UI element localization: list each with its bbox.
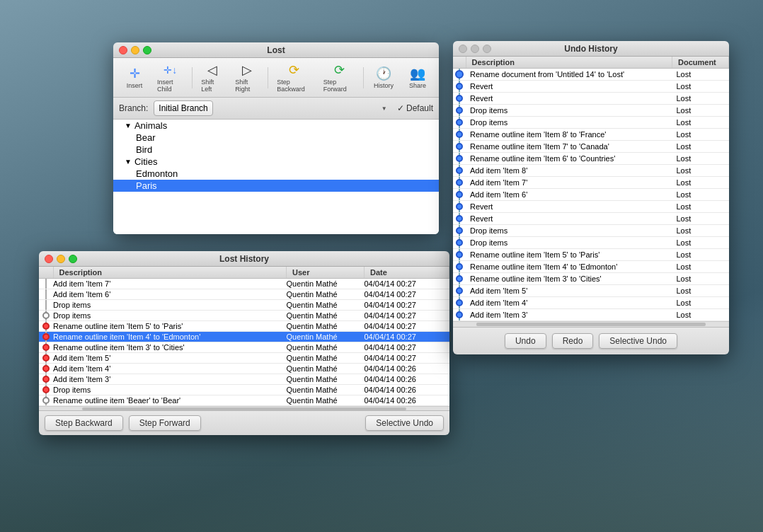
undo-row[interactable]: Rename outline item 'Item 5' to 'Paris'L… <box>453 249 729 261</box>
undo-document: Lost <box>672 189 729 201</box>
undo-indicator-cell <box>453 249 466 261</box>
close-button[interactable] <box>119 46 127 54</box>
history-row[interactable]: Rename outline item 'Item 4' to 'Edmonto… <box>39 332 449 342</box>
outline-bird[interactable]: Bird <box>113 144 439 156</box>
outline-edmonton[interactable]: Edmonton <box>113 168 439 180</box>
undo-indicator-cell <box>453 225 466 237</box>
undo-indicator-cell <box>453 237 466 249</box>
step-forward-button[interactable]: ⟳ Step Forward <box>319 61 359 94</box>
undo-row[interactable]: RevertLost <box>453 93 729 105</box>
history-description: Add item 'Item 7' <box>53 279 287 289</box>
undo-row[interactable]: RevertLost <box>453 201 729 213</box>
undo-row[interactable]: Rename outline item 'Item 4' to 'Edmonto… <box>453 261 729 273</box>
history-close-button[interactable] <box>45 255 53 263</box>
history-row[interactable]: Add item 'Item 5'Quentin Mathé04/04/14 0… <box>39 353 449 364</box>
undo-row[interactable]: Drop itemsLost <box>453 237 729 249</box>
history-row[interactable]: Add item 'Item 4'Quentin Mathé04/04/14 0… <box>39 364 449 374</box>
share-button[interactable]: 👥 Share <box>402 64 433 91</box>
undo-selective-undo-button[interactable]: Selective Undo <box>599 333 677 349</box>
redo-button[interactable]: Redo <box>552 333 594 349</box>
undo-row[interactable]: RevertLost <box>453 213 729 225</box>
outline-animals[interactable]: ▼ Animals <box>113 120 439 132</box>
undo-row[interactable]: Rename outline item 'Item 3' to 'Cities'… <box>453 273 729 285</box>
undo-row[interactable]: Rename outline item 'Item 8' to 'France'… <box>453 129 729 141</box>
paris-label: Paris <box>136 180 157 191</box>
undo-indicator-cell <box>453 81 466 93</box>
undo-document: Lost <box>672 285 729 297</box>
history-table: Description User Date Add item 'Item 7'Q… <box>39 267 449 406</box>
history-table-container[interactable]: Description User Date Add item 'Item 7'Q… <box>39 267 449 406</box>
undo-indicator-cell <box>453 165 466 177</box>
history-row[interactable]: Add item 'Item 6'Quentin Mathé04/04/14 0… <box>39 289 449 300</box>
undo-col-description: Description <box>466 57 672 69</box>
history-row[interactable]: Drop itemsQuentin Mathé04/04/14 00:27 <box>39 311 449 321</box>
history-user: Quentin Mathé <box>287 342 365 353</box>
undo-document: Lost <box>672 249 729 261</box>
history-row[interactable]: Add item 'Item 7'Quentin Mathé04/04/14 0… <box>39 279 449 289</box>
undo-button[interactable]: Undo <box>505 333 546 349</box>
history-row[interactable]: Drop itemsQuentin Mathé04/04/14 00:26 <box>39 385 449 395</box>
undo-row[interactable]: RevertLost <box>453 81 729 93</box>
undo-close-button[interactable] <box>459 45 467 53</box>
history-row[interactable]: Rename outline item 'Item 5' to 'Paris'Q… <box>39 321 449 332</box>
history-title-bar: Lost History <box>39 251 449 267</box>
history-date: 04/04/14 00:27 <box>365 332 449 342</box>
lost-window: Lost ✛ Insert ✛↓ Insert Child ◁ Shift Le… <box>113 42 439 234</box>
insert-child-button[interactable]: ✛↓ Insert Child <box>153 61 188 94</box>
undo-row[interactable]: Rename outline item 'Item 6' to 'Countri… <box>453 153 729 165</box>
history-user: Quentin Mathé <box>287 311 365 321</box>
undo-document: Lost <box>672 141 729 153</box>
history-row[interactable]: Add item 'Item 3'Quentin Mathé04/04/14 0… <box>39 374 449 385</box>
undo-minimize-button[interactable] <box>471 45 479 53</box>
undo-row[interactable]: Add item 'Item 7'Lost <box>453 177 729 189</box>
insert-button[interactable]: ✛ Insert <box>119 64 150 91</box>
maximize-button[interactable] <box>143 46 151 54</box>
outline-bear[interactable]: Bear <box>113 132 439 144</box>
history-row[interactable]: Rename outline item 'Item 3' to 'Cities'… <box>39 342 449 353</box>
step-forward-footer-button[interactable]: Step Forward <box>129 415 201 431</box>
history-date: 04/04/14 00:26 <box>365 385 449 395</box>
undo-row[interactable]: Drop itemsLost <box>453 105 729 117</box>
step-backward-footer-button[interactable]: Step Backward <box>45 415 123 431</box>
undo-indicator-cell <box>453 153 466 165</box>
default-checkbox[interactable]: ✓ Default <box>397 103 433 113</box>
undo-table-container[interactable]: Description Document Rename document fro… <box>453 57 729 321</box>
outline-cities[interactable]: ▼ Cities <box>113 156 439 168</box>
undo-row[interactable]: Rename outline item 'Item 7' to 'Canada'… <box>453 141 729 153</box>
history-button[interactable]: 🕐 History <box>368 64 399 91</box>
selective-undo-button[interactable]: Selective Undo <box>365 415 444 431</box>
branch-select[interactable]: Initial Branch <box>154 100 213 116</box>
history-maximize-button[interactable] <box>69 255 77 263</box>
undo-description: Rename outline item 'Item 6' to 'Countri… <box>466 153 672 165</box>
undo-row[interactable]: Add item 'Item 5'Lost <box>453 285 729 297</box>
undo-row[interactable]: Add item 'Item 6'Lost <box>453 189 729 201</box>
traffic-lights[interactable] <box>119 46 151 54</box>
undo-description: Revert <box>466 93 672 105</box>
bear-label: Bear <box>136 132 155 143</box>
history-date: 04/04/14 00:27 <box>365 300 449 311</box>
history-minimize-button[interactable] <box>57 255 65 263</box>
history-traffic-lights[interactable] <box>45 255 77 263</box>
shift-right-button[interactable]: ▷ Shift Right <box>231 61 263 94</box>
minimize-button[interactable] <box>131 46 139 54</box>
undo-row[interactable]: Add item 'Item 3'Lost <box>453 309 729 321</box>
undo-traffic-lights[interactable] <box>459 45 491 53</box>
outline-paris[interactable]: Paris <box>113 180 439 192</box>
history-row[interactable]: Rename outline item 'Beaer' to 'Bear'Que… <box>39 395 449 406</box>
undo-row[interactable]: Add item 'Item 4'Lost <box>453 297 729 309</box>
undo-row[interactable]: Rename document from 'Untitled 14' to 'L… <box>453 69 729 81</box>
undo-row[interactable]: Drop itemsLost <box>453 117 729 129</box>
step-backward-button[interactable]: ⟳ Step Backward <box>272 61 316 94</box>
undo-description: Add item 'Item 6' <box>466 189 672 201</box>
history-row[interactable]: Drop itemsQuentin Mathé04/04/14 00:27 <box>39 300 449 311</box>
shift-right-icon: ▷ <box>242 62 252 78</box>
col-description: Description <box>53 267 287 279</box>
history-description: Drop items <box>53 300 287 311</box>
branch-label: Branch: <box>119 103 148 113</box>
undo-maximize-button[interactable] <box>483 45 491 53</box>
undo-description: Add item 'Item 7' <box>466 177 672 189</box>
undo-row[interactable]: Drop itemsLost <box>453 225 729 237</box>
animals-triangle: ▼ <box>125 122 132 129</box>
shift-left-button[interactable]: ◁ Shift Left <box>197 61 228 94</box>
undo-row[interactable]: Add item 'Item 8'Lost <box>453 165 729 177</box>
